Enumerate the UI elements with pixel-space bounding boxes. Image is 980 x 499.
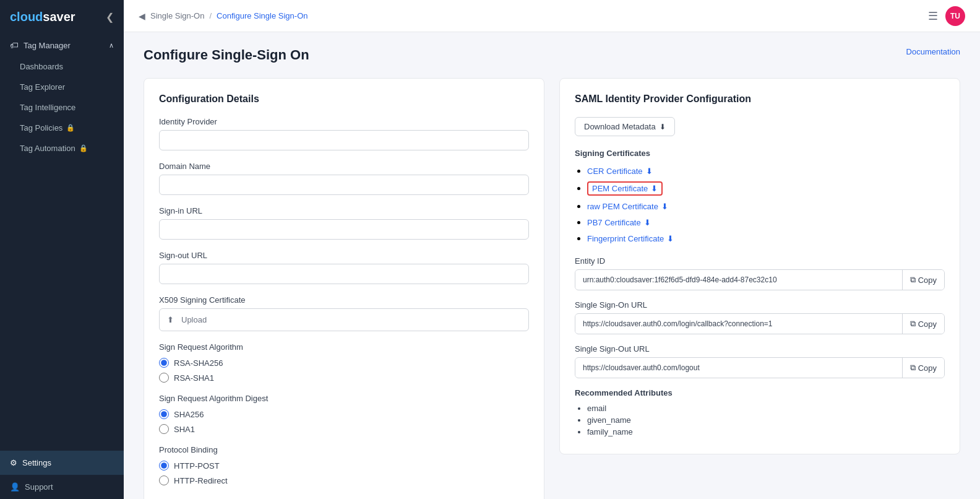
sso-logout-url-copy-button[interactable]: ⧉ Copy	[902, 358, 944, 378]
page-content: Configure Single-Sign On Documentation C…	[124, 32, 980, 499]
saml-config-title: SAML Identity Provider Configuration	[575, 93, 945, 105]
x509-certificate-label: X509 Signing Certificate	[159, 295, 529, 305]
sso-url-input[interactable]	[575, 315, 902, 333]
recommended-attributes-title: Recommended Attributes	[575, 388, 945, 397]
identity-provider-input[interactable]	[159, 130, 529, 150]
signing-certificates-title: Signing Certificates	[575, 149, 945, 158]
back-arrow-icon[interactable]: ◀	[139, 11, 145, 21]
sign-request-algorithm-digest-group: Sign Request Algorithm Digest SHA256 SHA…	[159, 394, 529, 434]
sign-out-url-label: Sign-out URL	[159, 251, 529, 260]
sso-logout-url-input[interactable]	[575, 358, 902, 377]
list-item: Fingerprint Certificate ⬇	[587, 233, 945, 244]
x509-upload-area[interactable]: Upload	[159, 308, 529, 331]
download-metadata-button[interactable]: Download Metadata	[575, 117, 675, 136]
entity-id-copy-button[interactable]: ⧉ Copy	[902, 270, 944, 290]
raw-pem-certificate-link[interactable]: raw PEM Certificate ⬇	[587, 202, 668, 211]
protocol-binding-group: Protocol Binding HTTP-POST HTTP-Redirect	[159, 445, 529, 485]
sidebar: cloudsaver ❮ 🏷 Tag Manager ∧ Dashboards …	[0, 0, 124, 499]
list-item: email	[587, 404, 945, 413]
sidebar-section-tag-manager: 🏷 Tag Manager ∧ Dashboards Tag Explorer …	[0, 32, 124, 161]
download-icon: ⬇	[644, 218, 651, 227]
list-item: CER Certificate ⬇	[587, 165, 945, 176]
sign-request-algorithm-digest-label: Sign Request Algorithm Digest	[159, 394, 529, 403]
topbar: ◀ Single Sign-On / Configure Single Sign…	[124, 0, 980, 32]
logo-text: cloudsaver	[10, 10, 75, 24]
chevron-up-icon: ∧	[109, 41, 114, 50]
radio-input-rsa-sha256[interactable]	[159, 358, 169, 368]
sign-out-url-input[interactable]	[159, 264, 529, 284]
sso-logout-url-group: Single Sign-Out URL ⧉ Copy	[575, 344, 945, 378]
certificates-list: CER Certificate ⬇ PEM Certificate ⬇ raw …	[575, 165, 945, 244]
upload-label: Upload	[181, 315, 207, 324]
sidebar-item-tag-intelligence[interactable]: Tag Intelligence	[0, 97, 124, 118]
sidebar-item-tag-automation[interactable]: Tag Automation 🔒	[0, 138, 124, 158]
avatar[interactable]: TU	[945, 6, 965, 26]
radio-sha256[interactable]: SHA256	[159, 409, 529, 419]
radio-http-redirect[interactable]: HTTP-Redirect	[159, 475, 529, 485]
sidebar-item-tag-explorer[interactable]: Tag Explorer	[0, 77, 124, 97]
sign-out-url-group: Sign-out URL	[159, 251, 529, 284]
entity-id-label: Entity ID	[575, 256, 945, 266]
config-details-title: Configuration Details	[159, 93, 529, 105]
list-item: PB7 Certificate ⬇	[587, 217, 945, 228]
download-icon: ⬇	[646, 167, 653, 176]
copy-icon: ⧉	[910, 363, 916, 373]
identity-provider-label: Identity Provider	[159, 117, 529, 126]
entity-id-group: Entity ID ⧉ Copy	[575, 256, 945, 290]
identity-provider-group: Identity Provider	[159, 117, 529, 150]
download-icon: ⬇	[667, 234, 674, 243]
entity-id-input[interactable]	[575, 271, 902, 289]
radio-sha1[interactable]: SHA1	[159, 424, 529, 434]
sso-url-field: ⧉ Copy	[575, 313, 945, 334]
sidebar-item-settings[interactable]: ⚙ Settings	[0, 451, 124, 475]
radio-input-sha256[interactable]	[159, 409, 169, 419]
list-item: raw PEM Certificate ⬇	[587, 201, 945, 212]
entity-id-field: ⧉ Copy	[575, 269, 945, 290]
download-icon	[660, 122, 666, 131]
fingerprint-certificate-link[interactable]: Fingerprint Certificate ⬇	[587, 234, 674, 243]
sign-in-url-label: Sign-in URL	[159, 206, 529, 215]
settings-icon: ⚙	[10, 458, 17, 467]
list-item: given_name	[587, 415, 945, 425]
topbar-right: ☰ TU	[928, 6, 965, 26]
form-buttons: Submit Configuration Cancel	[159, 497, 529, 499]
sidebar-collapse-button[interactable]: ❮	[106, 11, 114, 23]
breadcrumb: ◀ Single Sign-On / Configure Single Sign…	[139, 11, 308, 21]
documentation-link[interactable]: Documentation	[906, 47, 960, 56]
radio-http-post[interactable]: HTTP-POST	[159, 461, 529, 471]
domain-name-input[interactable]	[159, 175, 529, 195]
copy-icon: ⧉	[910, 319, 916, 329]
menu-lines-icon[interactable]: ☰	[928, 9, 938, 23]
download-icon: ⬇	[661, 202, 668, 211]
right-panel: SAML Identity Provider Configuration Dow…	[559, 78, 960, 454]
sidebar-item-tag-policies[interactable]: Tag Policies 🔒	[0, 118, 124, 138]
cer-certificate-link[interactable]: CER Certificate ⬇	[587, 167, 653, 176]
main-content: ◀ Single Sign-On / Configure Single Sign…	[124, 0, 980, 499]
pem-certificate-link[interactable]: PEM Certificate ⬇	[587, 181, 663, 196]
recommended-attributes-list: email given_name family_name	[575, 404, 945, 436]
sidebar-item-support[interactable]: 👤 Support	[0, 475, 124, 499]
sso-logout-url-label: Single Sign-Out URL	[575, 344, 945, 354]
sso-url-copy-button[interactable]: ⧉ Copy	[902, 314, 944, 334]
x509-certificate-group: X509 Signing Certificate Upload	[159, 295, 529, 331]
page-header: Configure Single-Sign On Documentation	[144, 47, 960, 63]
radio-rsa-sha1[interactable]: RSA-SHA1	[159, 373, 529, 383]
sidebar-group-tag-manager[interactable]: 🏷 Tag Manager ∧	[0, 34, 124, 56]
radio-input-http-redirect[interactable]	[159, 475, 169, 485]
sidebar-bottom: ⚙ Settings 👤 Support	[0, 451, 124, 499]
radio-input-rsa-sha1[interactable]	[159, 373, 169, 383]
radio-input-http-post[interactable]	[159, 461, 169, 471]
sidebar-item-dashboards[interactable]: Dashboards	[0, 56, 124, 77]
page-title: Configure Single-Sign On	[144, 47, 309, 63]
sign-in-url-input[interactable]	[159, 219, 529, 240]
topbar-icons: ☰	[928, 9, 938, 23]
radio-rsa-sha256[interactable]: RSA-SHA256	[159, 358, 529, 368]
recommended-attributes: Recommended Attributes email given_name …	[575, 388, 945, 436]
pb7-certificate-link[interactable]: PB7 Certificate ⬇	[587, 218, 651, 227]
left-panel: Configuration Details Identity Provider …	[144, 78, 544, 499]
sign-in-url-group: Sign-in URL	[159, 206, 529, 240]
list-item: family_name	[587, 427, 945, 436]
radio-input-sha1[interactable]	[159, 424, 169, 434]
person-icon: 👤	[10, 482, 20, 492]
sso-logout-url-field: ⧉ Copy	[575, 357, 945, 378]
